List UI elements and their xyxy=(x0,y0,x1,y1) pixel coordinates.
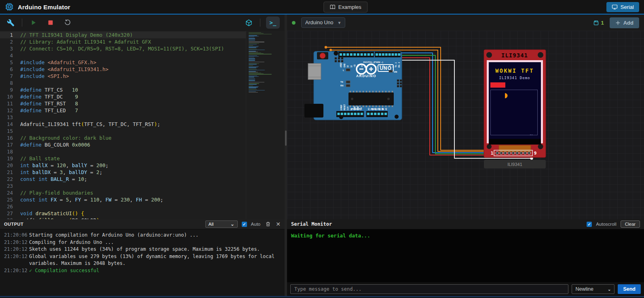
pin[interactable] xyxy=(357,113,360,115)
code-line[interactable]: 18 xyxy=(0,148,246,155)
display-pin[interactable] xyxy=(524,151,526,154)
code-line[interactable]: 19// Ball state xyxy=(0,155,246,162)
wire-endpoint[interactable] xyxy=(329,49,332,51)
pin[interactable] xyxy=(343,53,346,56)
code-line[interactable]: 22const int BALL_R = 10; xyxy=(0,176,246,183)
display-pin[interactable] xyxy=(504,151,507,154)
pin[interactable] xyxy=(382,53,384,56)
pin[interactable] xyxy=(384,113,387,115)
pin[interactable] xyxy=(398,53,400,56)
pin[interactable] xyxy=(350,53,353,56)
auto-checkbox[interactable]: ✓ xyxy=(242,222,247,227)
code-line[interactable]: 6#include <Adafruit_ILI9341.h> xyxy=(0,66,246,73)
pin[interactable] xyxy=(341,113,343,115)
pin[interactable] xyxy=(351,113,353,115)
pin[interactable] xyxy=(347,113,350,115)
atmega-ic[interactable] xyxy=(348,91,394,107)
code-line[interactable]: 15 xyxy=(0,128,246,134)
code-line[interactable]: 9#define TFT_CS 10 xyxy=(0,86,246,93)
pin[interactable] xyxy=(357,53,359,56)
close-output-icon[interactable]: ✕ xyxy=(276,221,281,227)
code-line[interactable]: 11#define TFT_RST 8 xyxy=(0,100,246,107)
minimap[interactable] xyxy=(246,31,285,219)
code-line[interactable]: 20int ballX = 120, ballY = 200; xyxy=(0,162,246,169)
code-line[interactable]: 8 xyxy=(0,80,246,86)
clear-serial-button[interactable]: Clear xyxy=(621,220,640,228)
power-header[interactable] xyxy=(336,111,364,117)
pin[interactable] xyxy=(371,53,373,56)
pin[interactable] xyxy=(395,53,397,56)
display-pin[interactable] xyxy=(496,151,498,154)
diagram-canvas[interactable]: AREFGND1312~11~10~987~6~54~32TX→1RX←0 DI… xyxy=(287,31,644,219)
pin[interactable] xyxy=(353,53,356,56)
wire-endpoint[interactable] xyxy=(325,46,327,48)
pin[interactable] xyxy=(371,113,373,115)
arduino-uno-board[interactable]: AREFGND1312~11~10~987~6~54~32TX→1RX←0 DI… xyxy=(304,51,402,120)
pin[interactable] xyxy=(364,53,366,56)
pin[interactable] xyxy=(361,113,363,115)
pin[interactable] xyxy=(385,53,388,56)
serial-output[interactable]: Waiting for serial data... xyxy=(287,229,644,282)
run-button[interactable] xyxy=(28,17,39,28)
display-pin[interactable] xyxy=(512,151,515,154)
code-line[interactable]: 16// Background color: dark blue xyxy=(0,134,246,141)
pin[interactable] xyxy=(354,113,357,115)
bottom-splitter[interactable] xyxy=(285,219,287,296)
pin[interactable] xyxy=(367,113,370,115)
pin[interactable] xyxy=(389,53,391,56)
code-line[interactable]: 23 xyxy=(0,183,246,189)
code-line[interactable]: 1// TFT ILI9341 Display Demo (240x320) xyxy=(0,31,246,38)
code-line[interactable]: 27void drawStaticUI() { xyxy=(0,210,246,217)
stop-button[interactable] xyxy=(45,17,56,28)
output-filter-select[interactable]: All ⌄ xyxy=(205,220,238,228)
code-line[interactable]: 2// Library: Adafruit ILI9341 + Adafruit… xyxy=(0,38,246,45)
display-pin[interactable] xyxy=(500,151,503,154)
pin[interactable] xyxy=(344,113,346,115)
pin[interactable] xyxy=(374,113,376,115)
pin[interactable] xyxy=(346,53,349,56)
code-editor[interactable]: 1// TFT ILI9341 Display Demo (240x320)2/… xyxy=(0,31,285,219)
ili9341-module[interactable]: ILI9341 WOKWI TFT ILI9341 Demo xyxy=(484,50,546,157)
display-pin[interactable] xyxy=(508,151,511,154)
display-pin[interactable] xyxy=(520,151,523,154)
pin[interactable] xyxy=(376,53,378,56)
code-line[interactable]: 13 xyxy=(0,114,246,121)
reset-button[interactable] xyxy=(320,53,325,59)
restart-button[interactable] xyxy=(62,17,73,28)
pin[interactable] xyxy=(379,53,381,56)
diagram-3d-button[interactable] xyxy=(243,17,254,28)
pin[interactable] xyxy=(340,53,342,56)
pin[interactable] xyxy=(367,53,370,56)
display-pin[interactable] xyxy=(516,151,519,154)
code-line[interactable]: 26 xyxy=(0,203,246,210)
board-select[interactable]: Arduino Uno ▼ xyxy=(301,17,345,28)
code-line[interactable]: 5#include <Adafruit_GFX.h> xyxy=(0,59,246,66)
terminal-toggle-button[interactable]: >_ xyxy=(266,17,280,29)
pin[interactable] xyxy=(392,53,394,56)
examples-button[interactable]: Examples xyxy=(323,2,367,13)
line-ending-select[interactable]: Newline ⌄ xyxy=(572,284,614,294)
pin[interactable] xyxy=(361,53,363,56)
code-line[interactable]: 12#define TFT_LED 7 xyxy=(0,107,246,114)
autoscroll-checkbox[interactable]: ✓ xyxy=(587,222,592,227)
code-line[interactable]: 17#define BG_COLOR 0x0006 xyxy=(0,141,246,148)
pin[interactable] xyxy=(378,113,380,115)
code-line[interactable]: 14Adafruit_ILI9341 tft(TFT_CS, TFT_DC, T… xyxy=(0,121,246,128)
splitter-handle[interactable] xyxy=(285,130,287,146)
send-button[interactable]: Send xyxy=(618,284,641,294)
serial-toggle-button[interactable]: Serial xyxy=(606,2,639,12)
code-area[interactable]: 1// TFT ILI9341 Display Demo (240x320)2/… xyxy=(0,31,246,219)
code-line[interactable]: 25const int FX = 5, FY = 110, FW = 230, … xyxy=(0,196,246,203)
code-line[interactable]: 3// Connect: CS=10, DC/RS=9, RST=8, LED=… xyxy=(0,45,246,52)
pin[interactable] xyxy=(338,113,340,115)
pin[interactable] xyxy=(381,113,383,115)
code-line[interactable]: 24// Play-field boundaries xyxy=(0,189,246,196)
output-log[interactable]: 21:20:06Starting compilation for Arduino… xyxy=(0,229,285,296)
display-pin[interactable] xyxy=(528,151,530,154)
serial-message-input[interactable] xyxy=(290,284,568,294)
code-line[interactable]: 10#define TFT_DC 9 xyxy=(0,93,246,100)
add-part-button[interactable]: Add xyxy=(610,17,639,28)
build-wrench-button[interactable] xyxy=(5,17,16,28)
code-line[interactable]: 7#include <SPI.h> xyxy=(0,73,246,80)
code-line[interactable]: 21int ballDX = 3, ballDY = 2; xyxy=(0,169,246,176)
